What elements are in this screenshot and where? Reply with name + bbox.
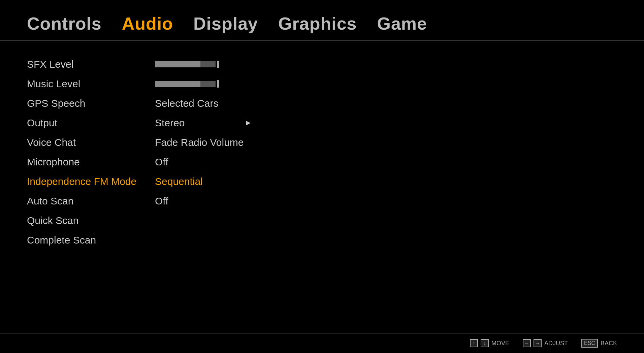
- setting-label-sfx-level: SFX Level: [27, 59, 155, 70]
- settings-row-voice-chat[interactable]: Voice ChatFade Radio Volume: [27, 133, 617, 152]
- key-↓: ↓: [481, 339, 489, 347]
- setting-label-output: Output: [27, 117, 155, 129]
- settings-row-gps-speech[interactable]: GPS SpeechSelected Cars: [27, 94, 617, 113]
- settings-content: SFX LevelMusic LevelGPS SpeechSelected C…: [0, 41, 644, 263]
- setting-label-gps-speech: GPS Speech: [27, 98, 155, 109]
- hint-move: ↑↓MOVE: [470, 339, 509, 347]
- settings-row-microphone[interactable]: MicrophoneOff: [27, 152, 617, 172]
- bottom-hint-bar: ↑↓MOVE←→ADJUSTESCBACK: [0, 333, 644, 353]
- settings-row-independence-fm-mode[interactable]: Independence FM ModeSequential: [27, 172, 617, 191]
- slider-sfx-level[interactable]: [155, 61, 219, 68]
- setting-value-independence-fm-mode: Sequential: [155, 176, 203, 187]
- hint-back: ESCBACK: [581, 339, 617, 348]
- settings-row-sfx-level[interactable]: SFX Level: [27, 55, 617, 74]
- key-←: ←: [523, 339, 531, 347]
- setting-label-music-level: Music Level: [27, 78, 155, 90]
- setting-value-microphone: Off: [155, 156, 168, 168]
- settings-row-output[interactable]: OutputStereo: [27, 113, 617, 133]
- setting-label-auto-scan: Auto Scan: [27, 195, 155, 207]
- setting-value-gps-speech: Selected Cars: [155, 98, 218, 109]
- setting-value-sfx-level: [155, 61, 219, 68]
- settings-row-music-level[interactable]: Music Level: [27, 74, 617, 94]
- hint-label-move: MOVE: [491, 340, 509, 347]
- key-esc: ESC: [581, 339, 598, 348]
- key-→: →: [534, 339, 542, 347]
- setting-value-voice-chat: Fade Radio Volume: [155, 137, 244, 148]
- nav-item-display[interactable]: Display: [193, 13, 258, 34]
- nav-item-audio[interactable]: Audio: [122, 13, 173, 34]
- hint-label-adjust: ADJUST: [544, 340, 568, 347]
- settings-row-complete-scan[interactable]: Complete Scan: [27, 230, 617, 250]
- nav-item-game[interactable]: Game: [377, 13, 427, 34]
- slider-music-level[interactable]: [155, 80, 219, 88]
- hint-label-back: BACK: [601, 340, 617, 347]
- nav-item-controls[interactable]: Controls: [27, 13, 102, 34]
- key-↑: ↑: [470, 339, 478, 347]
- setting-value-output: Stereo: [155, 117, 185, 129]
- setting-value-auto-scan: Off: [155, 195, 168, 207]
- settings-row-auto-scan[interactable]: Auto ScanOff: [27, 191, 617, 211]
- nav-item-graphics[interactable]: Graphics: [278, 13, 357, 34]
- settings-row-quick-scan[interactable]: Quick Scan: [27, 211, 617, 230]
- setting-label-voice-chat: Voice Chat: [27, 137, 155, 148]
- setting-label-quick-scan: Quick Scan: [27, 215, 155, 226]
- setting-label-complete-scan: Complete Scan: [27, 234, 155, 246]
- setting-label-microphone: Microphone: [27, 156, 155, 168]
- top-navigation: ControlsAudioDisplayGraphicsGame: [0, 0, 644, 41]
- setting-value-music-level: [155, 80, 219, 88]
- setting-label-independence-fm-mode: Independence FM Mode: [27, 176, 155, 187]
- hint-adjust: ←→ADJUST: [523, 339, 568, 347]
